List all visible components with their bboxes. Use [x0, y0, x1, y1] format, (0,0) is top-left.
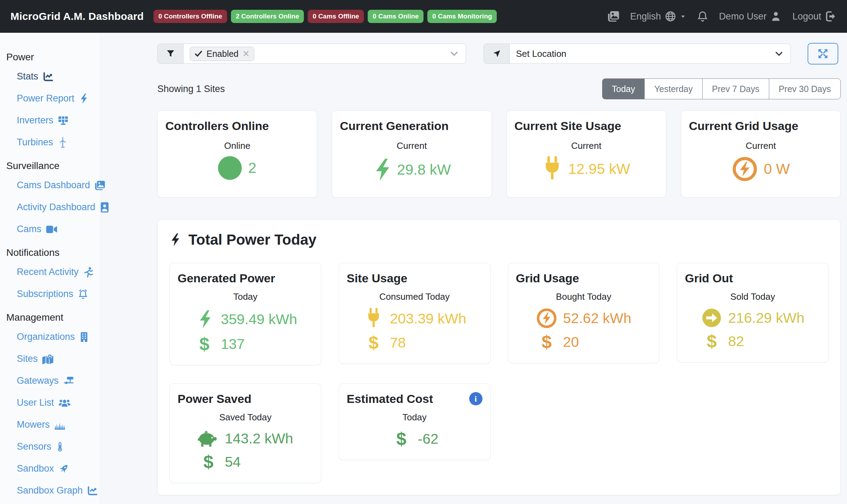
current-site-usage-value: 12.95 kW — [568, 161, 630, 177]
generated-money-value: 137 — [221, 336, 245, 352]
sidebar-item-cams-dashboard[interactable]: Cams Dashboard — [0, 174, 100, 196]
language-label: English — [630, 11, 661, 22]
sidebar-item-sandbox-graph[interactable]: Sandbox Graph — [0, 480, 100, 502]
wind-turbine-icon — [57, 137, 68, 148]
range-button-today[interactable]: Today — [602, 78, 645, 99]
range-button-prev-30-days[interactable]: Prev 30 Days — [769, 78, 841, 99]
dollar-icon: $ — [390, 428, 412, 449]
user-menu[interactable]: Demo User — [719, 10, 782, 22]
status-badges: 0 Controllers Offline 2 Controllers Onli… — [153, 10, 497, 23]
filter-addon — [158, 44, 183, 63]
range-button-yesterday[interactable]: Yesterday — [645, 78, 702, 99]
grid-usage-energy-value: 52.62 kWh — [563, 310, 631, 327]
dollar-icon: $ — [536, 331, 557, 352]
bolt-icon — [197, 308, 212, 331]
range-button-prev-7-days[interactable]: Prev 7 Days — [703, 78, 769, 99]
sidebar-item-gateways[interactable]: Gateways — [0, 370, 100, 392]
power-saved-money-value: 54 — [225, 454, 241, 470]
logout-label: Logout — [792, 11, 821, 22]
circle-bolt-icon — [732, 156, 758, 182]
sidebar-item-recent-activity[interactable]: Recent Activity — [0, 261, 100, 283]
badge-cams-monitoring: 0 Cams Monitoring — [427, 10, 497, 23]
site-usage-money-value: 78 — [390, 335, 406, 351]
sidebar-item-organizations[interactable]: Organizations — [0, 326, 100, 348]
grid-out-money-value: 82 — [728, 333, 744, 350]
online-status-circle-icon — [218, 156, 242, 180]
total-power-section: Total Power Today Generated Power Today … — [157, 219, 841, 495]
sidebar-header-power: Power — [0, 52, 100, 63]
globe-icon — [665, 10, 676, 22]
sidebar-item-activity-dashboard[interactable]: Activity Dashboard — [0, 196, 100, 218]
chart-line-icon — [87, 485, 98, 496]
circle-bolt-icon — [536, 308, 557, 329]
sidebar-item-stats[interactable]: Stats — [0, 66, 100, 87]
network-icon — [63, 375, 75, 387]
sidebar-item-sandbox[interactable]: Sandbox — [0, 458, 100, 480]
chevron-down-icon[interactable] — [774, 48, 784, 59]
card-grid-out: Grid Out Sold Today 216.29 kWh $ 82 — [677, 263, 829, 362]
location-value: Set Location — [516, 48, 567, 59]
card-power-saved: Power Saved Saved Today 143.2 kWh $ 54 — [170, 383, 321, 483]
dollar-icon: $ — [363, 332, 384, 353]
card-current-site-usage: Current Site Usage Current 12.95 kW — [507, 110, 666, 198]
card-current-generation: Current Generation Current 29.8 kW — [332, 110, 492, 198]
bolt-icon — [78, 93, 88, 104]
section-title: Total Power Today — [188, 231, 316, 248]
language-menu[interactable]: English — [630, 10, 686, 22]
card-grid-usage: Grid Usage Bought Today 52.62 kWh $ 20 — [508, 263, 660, 363]
estimated-cost-value: -62 — [418, 431, 438, 447]
sidebar-item-turbines[interactable]: Turbines — [0, 131, 100, 153]
card-estimated-cost: Estimated Cost i Today $ -62 — [339, 383, 490, 460]
chip-close-icon[interactable]: ✕ — [242, 49, 250, 59]
date-range-group: Today Yesterday Prev 7 Days Prev 30 Days — [602, 78, 841, 99]
logout-button[interactable]: Logout — [792, 10, 837, 22]
generated-energy-value: 359.49 kWh — [221, 311, 297, 328]
video-icon — [46, 224, 58, 235]
card-current-grid-usage: Current Grid Usage Current 0 W — [681, 110, 841, 198]
logout-icon — [825, 10, 837, 22]
bolt-icon — [170, 232, 180, 248]
sidebar-header-surveillance: Surveillance — [0, 160, 100, 171]
toolbar-row: Showing 1 Sites Today Yesterday Prev 7 D… — [157, 78, 841, 99]
gallery-icon[interactable] — [607, 10, 620, 23]
card-site-usage: Site Usage Consumed Today 203.39 kWh $ 7… — [339, 263, 490, 364]
sidebar-item-sites[interactable]: Sites — [0, 348, 100, 370]
grass-icon — [54, 420, 67, 430]
rocket-icon — [58, 463, 69, 474]
location-addon — [484, 44, 510, 63]
grid-usage-money-value: 20 — [563, 334, 579, 350]
sidebar-item-mowers[interactable]: Mowers — [0, 414, 100, 436]
bolt-icon — [373, 156, 391, 183]
enabled-filter-chip[interactable]: Enabled ✕ — [190, 47, 254, 61]
sidebar: Power Stats Power Report Inverters Turbi… — [0, 33, 100, 504]
chevron-down-icon[interactable] — [449, 48, 459, 59]
grid-out-energy-value: 216.29 kWh — [728, 310, 804, 326]
main-content: Enabled ✕ Set Location — [100, 33, 847, 504]
current-generation-value: 29.8 kW — [397, 161, 451, 178]
solar-panel-icon — [58, 115, 69, 126]
current-grid-usage-value: 0 W — [764, 161, 790, 177]
fullscreen-button[interactable] — [808, 43, 838, 64]
sidebar-item-power-report[interactable]: Power Report — [0, 87, 100, 109]
location-select[interactable]: Set Location — [484, 44, 791, 64]
sidebar-item-subscriptions[interactable]: Subscriptions — [0, 283, 100, 305]
user-icon — [770, 10, 782, 22]
funnel-icon — [166, 49, 175, 58]
plug-icon — [542, 156, 562, 182]
dollar-icon: $ — [197, 451, 219, 472]
building-icon — [79, 331, 89, 343]
site-filter-select[interactable]: Enabled ✕ — [157, 44, 466, 64]
top-navbar: MicroGrid A.M. Dashboard 0 Controllers O… — [0, 0, 847, 33]
arrows-maximize-icon — [817, 48, 829, 60]
circle-arrow-right-icon — [702, 308, 722, 328]
notifications-bell[interactable] — [697, 10, 709, 22]
sidebar-item-inverters[interactable]: Inverters — [0, 109, 100, 131]
sidebar-item-sensors[interactable]: Sensors — [0, 436, 100, 458]
caret-down-icon — [680, 13, 686, 20]
sidebar-item-cams[interactable]: Cams — [0, 218, 100, 240]
app-title: MicroGrid A.M. Dashboard — [10, 10, 144, 22]
info-icon[interactable]: i — [469, 392, 482, 405]
sidebar-item-user-list[interactable]: User List — [0, 392, 100, 414]
showing-sites-text: Showing 1 Sites — [157, 84, 225, 94]
sidebar-header-management: Management — [0, 312, 100, 323]
